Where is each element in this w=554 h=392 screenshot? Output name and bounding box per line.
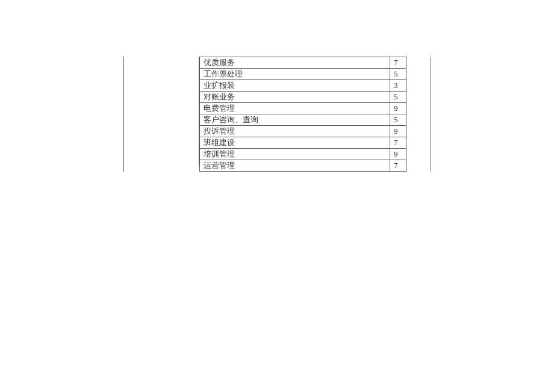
label-cell: 对账业务 [200, 92, 390, 103]
blank-cell [406, 137, 431, 149]
label-cell: 工作票处理 [200, 69, 390, 80]
table-container: 优质服务 7 工作票处理 5 业扩报装 3 对账业务 5 [123, 57, 431, 172]
blank-cell [124, 114, 200, 126]
table-row: 对账业务 5 [124, 92, 431, 103]
value-cell: 5 [390, 69, 406, 80]
table-row: 优质服务 7 [124, 57, 431, 69]
value-cell: 7 [390, 137, 406, 149]
value-cell: 9 [390, 103, 406, 114]
label-cell: 电费管理 [200, 103, 390, 114]
blank-cell [406, 126, 431, 137]
blank-cell [124, 160, 200, 172]
table-row: 工作票处理 5 [124, 69, 431, 80]
blank-cell [406, 103, 431, 114]
blank-cell [406, 92, 431, 103]
blank-cell [406, 80, 431, 92]
blank-cell [124, 103, 200, 114]
table-row: 投诉管理 9 [124, 126, 431, 137]
label-cell: 班组建设 [200, 137, 390, 149]
value-cell: 7 [390, 160, 406, 172]
value-cell: 5 [390, 92, 406, 103]
value-cell: 3 [390, 80, 406, 92]
table-row: 业扩报装 3 [124, 80, 431, 92]
blank-cell [406, 149, 431, 160]
blank-cell [406, 114, 431, 126]
blank-cell [124, 126, 200, 137]
blank-cell [124, 80, 200, 92]
label-cell: 投诉管理 [200, 126, 390, 137]
label-cell: 培训管理 [200, 149, 390, 160]
value-cell: 5 [390, 114, 406, 126]
data-table: 优质服务 7 工作票处理 5 业扩报装 3 对账业务 5 [123, 57, 431, 172]
blank-cell [406, 69, 431, 80]
table-row: 班组建设 7 [124, 137, 431, 149]
table-row: 培训管理 9 [124, 149, 431, 160]
blank-cell [124, 69, 200, 80]
blank-cell [406, 160, 431, 172]
label-cell: 运营管理 [200, 160, 390, 172]
value-cell: 7 [390, 57, 406, 69]
blank-cell [406, 57, 431, 69]
label-cell: 业扩报装 [200, 80, 390, 92]
value-cell: 9 [390, 149, 406, 160]
value-cell: 9 [390, 126, 406, 137]
blank-cell [124, 92, 200, 103]
table-row: 电费管理 9 [124, 103, 431, 114]
table-row: 客户咨询、查询 5 [124, 114, 431, 126]
blank-cell [124, 137, 200, 149]
blank-cell [124, 149, 200, 160]
blank-cell [124, 57, 200, 69]
table-row: 运营管理 7 [124, 160, 431, 172]
label-cell: 优质服务 [200, 57, 390, 69]
label-cell: 客户咨询、查询 [200, 114, 390, 126]
